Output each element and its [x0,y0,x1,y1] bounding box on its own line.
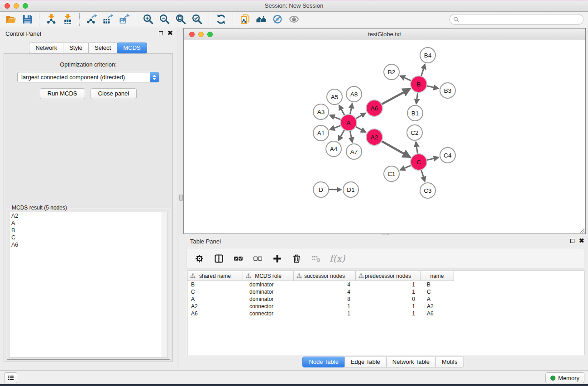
table-row[interactable]: A2connector11A2 [187,303,584,310]
export-table-button[interactable] [100,13,116,26]
network-graph[interactable]: B4B2BB3A8A5A6A3B1AC2A1A2A4A7C4CC1DD1C3 [184,41,585,234]
table-row[interactable]: Adominator80A [187,295,584,303]
graph-edge-A-A3[interactable] [330,115,341,119]
network-window-titlebar[interactable]: testGlobe.txt [184,29,585,40]
tab-mcds[interactable]: MCDS [117,43,147,53]
table-cell[interactable]: 1 [356,310,421,317]
graph-edge-C-C2[interactable] [416,142,418,153]
optimization-criterion-dropdown[interactable]: largest connected component (directed) [17,72,159,82]
delete-column-button[interactable] [291,253,302,264]
result-list-item[interactable]: A2 [10,212,167,219]
first-neighbors-button[interactable] [253,13,269,26]
graph-node-B1[interactable]: B1 [407,105,423,121]
tab-edge-table[interactable]: Edge Table [344,357,387,367]
table-cell[interactable]: 4 [294,281,356,288]
vertical-divider-handle[interactable] [179,195,183,201]
table-cell[interactable]: A6 [187,310,243,317]
tab-select[interactable]: Select [88,43,117,53]
graph-node-A7[interactable]: A7 [346,144,362,159]
graph-edge-A2-C[interactable] [382,141,410,157]
graph-node-D1[interactable]: D1 [343,182,359,197]
run-mcds-button[interactable]: Run MCDS [40,88,85,99]
table-cell[interactable]: A [421,296,454,302]
hide-selected-button[interactable] [269,13,286,26]
export-network-button[interactable] [83,13,100,26]
graph-node-B2[interactable]: B2 [384,64,399,80]
refresh-button[interactable] [213,13,229,26]
zoom-out-button[interactable] [156,13,172,26]
table-cell[interactable]: C [187,289,243,295]
main-titlebar[interactable]: Session: New Session [0,0,588,12]
add-column-button[interactable] [271,253,283,264]
result-list-item[interactable]: B [10,227,167,234]
table-cell[interactable]: A [187,296,243,302]
memory-button[interactable]: Memory [545,372,584,383]
graph-edge-B-B2[interactable] [400,76,411,81]
graph-node-A5[interactable]: A5 [327,89,342,105]
graph-node-C[interactable]: C [411,154,427,170]
float-panel-icon[interactable] [159,31,163,35]
table-cell[interactable]: 0 [356,296,421,302]
search-box[interactable] [449,14,583,25]
network-view[interactable]: B4B2BB3A8A5A6A3B1AC2A1A2A4A7C4CC1DD1C3 [184,41,585,234]
tab-style[interactable]: Style [63,43,89,53]
table-cell[interactable]: 8 [294,296,356,302]
graph-node-C2[interactable]: C2 [407,125,422,140]
result-list-item[interactable]: A [10,219,167,227]
table-cell[interactable]: 1 [356,303,421,310]
graph-edge-A-A7[interactable] [350,131,353,143]
table-cell[interactable]: connector [243,310,294,317]
search-input[interactable] [461,16,583,23]
export-image-button[interactable] [116,13,132,26]
result-list-item[interactable]: C [10,234,167,241]
table-cell[interactable]: A2 [421,303,454,310]
table-cell[interactable]: 1 [356,289,421,295]
table-row[interactable]: Bdominator41B [187,281,584,288]
graph-edge-A-A1[interactable] [330,126,341,130]
graph-edge-A-A5[interactable] [339,105,344,115]
task-history-button[interactable] [5,372,17,383]
table-cell[interactable]: B [421,281,454,288]
save-session-button[interactable] [19,13,35,26]
settings-button[interactable] [193,253,205,264]
zoom-in-button[interactable] [140,13,156,26]
column-header-shared-name[interactable]: shared name [187,271,243,281]
tab-network-table[interactable]: Network Table [386,357,436,367]
graph-node-B3[interactable]: B3 [440,83,455,98]
graph-edge-A6-B[interactable] [382,89,410,104]
column-header-mcds-role[interactable]: MCDS role [243,271,294,281]
table-float-icon[interactable] [570,239,574,243]
select-all-button[interactable] [232,253,244,264]
tab-node-table[interactable]: Node Table [302,357,345,367]
graph-edge-B-B4[interactable] [421,64,425,76]
graph-node-B[interactable]: B [411,76,427,92]
result-list-scrollbar[interactable] [162,212,167,357]
import-network-button[interactable] [43,13,59,26]
graph-node-C4[interactable]: C4 [440,148,455,163]
column-header-predecessor-nodes[interactable]: predecessor nodes [356,271,421,281]
table-close-icon[interactable]: ✖ [578,238,584,243]
graph-edge-C-C3[interactable] [421,170,425,181]
zoom-selected-button[interactable] [189,13,205,26]
table-row[interactable]: A6connector11A6 [187,310,584,317]
graph-node-A[interactable]: A [340,114,357,131]
zoom-fit-button[interactable] [172,13,189,26]
column-header-name[interactable]: name [421,271,454,281]
result-list-item[interactable]: A6 [10,241,167,248]
table-cell[interactable]: C [421,289,454,295]
graph-node-A3[interactable]: A3 [313,104,329,119]
graph-node-A2[interactable]: A2 [366,129,382,145]
table-cell[interactable]: 1 [294,310,356,317]
table-row[interactable]: Cdominator41C [187,288,584,295]
table-cell[interactable]: dominator [243,296,294,302]
graph-node-D[interactable]: D [313,182,329,197]
graph-edge-C-C1[interactable] [400,166,411,170]
tab-network[interactable]: Network [29,43,63,53]
table-cell[interactable]: connector [243,303,294,310]
table-cell[interactable]: 1 [294,303,356,310]
graph-edge-B-B1[interactable] [416,93,418,104]
graph-node-B4[interactable]: B4 [420,48,435,63]
tab-motifs[interactable]: Motifs [435,357,464,367]
deselect-all-button[interactable] [252,253,263,264]
graph-node-A4[interactable]: A4 [326,141,341,157]
